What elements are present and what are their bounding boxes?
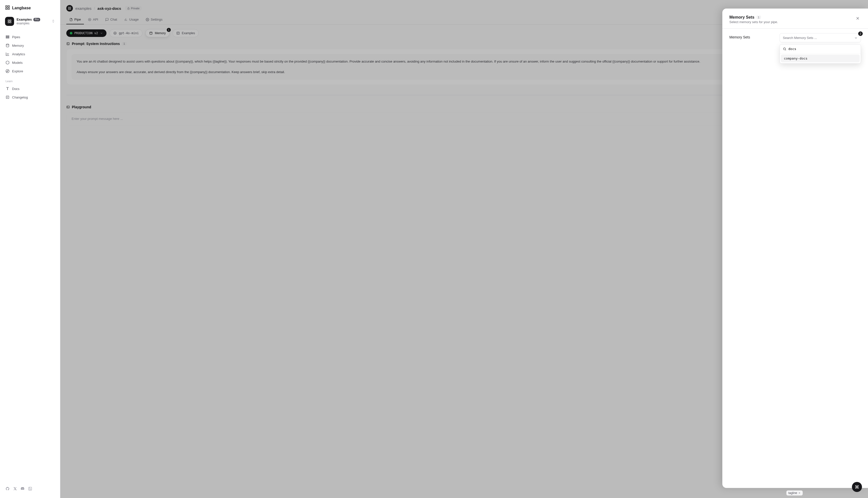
command-icon [855,485,859,489]
docs-icon [5,87,10,91]
close-icon [855,16,860,21]
discord-icon[interactable] [21,487,25,492]
nav-section-learn: Learn [3,76,57,84]
models-icon [5,61,10,65]
memory-icon [5,43,10,48]
svg-rect-1 [8,6,10,7]
nav-item-models[interactable]: Models [3,58,57,67]
nav-label: Pipes [12,35,21,39]
changelog-icon [5,95,10,99]
drawer-title: Memory Sets [729,15,755,19]
org-name: Examples [16,17,32,22]
nav-item-memory[interactable]: Memory [3,41,57,50]
svg-point-12 [6,69,9,73]
svg-rect-9 [6,37,9,37]
drawer-title-count: 1 [757,16,761,19]
svg-rect-2 [6,8,7,10]
dropdown-search-input[interactable] [788,47,858,51]
chevron-down-icon [854,36,858,40]
sidebar-footer [3,484,57,494]
variable-label: tagline [788,491,797,495]
svg-rect-7 [10,22,11,23]
select-badge: 2 [858,31,863,36]
svg-point-31 [783,48,785,50]
plan-badge: Pro [34,18,40,21]
drawer-divider [722,28,868,29]
dropdown-item-company-docs[interactable]: company-docs [781,54,860,62]
primary-nav: Pipes Memory Analytics Models Explore Le… [3,33,57,101]
explore-icon [5,69,10,73]
nav-label: Models [12,61,23,65]
main: examples / ask-xyz-docs Private Pipe API… [60,0,868,498]
drawer-subtitle: Select memory sets for your pipe. [729,20,778,24]
nav-label: Docs [12,87,19,91]
dropdown-search [780,44,861,53]
org-switcher[interactable]: Examples Pro examples [3,15,57,28]
nav-label: Analytics [12,52,25,56]
linkedin-icon[interactable] [28,487,32,492]
sidebar: Langbase Examples Pro examples Pipes [0,0,60,498]
github-icon[interactable] [5,487,10,492]
help-button[interactable] [852,482,862,492]
nav-item-changelog[interactable]: Changelog [3,93,57,101]
org-avatar-icon [5,17,14,26]
select-placeholder: Search Memory Sets ... [783,36,817,40]
search-icon [783,47,786,51]
memory-sets-drawer: Memory Sets 1 Select memory sets for you… [722,9,868,488]
memory-sets-select[interactable]: Search Memory Sets ... 2 [779,33,861,42]
nav-label: Changelog [12,95,28,99]
memory-sets-dropdown: company-docs [779,44,861,64]
nav-item-pipes[interactable]: Pipes [3,33,57,41]
pipes-icon [5,35,10,39]
nav-label: Memory [12,44,24,48]
svg-rect-3 [8,8,10,10]
svg-rect-4 [8,20,9,21]
close-button[interactable] [854,15,861,23]
nav-label: Explore [12,69,23,73]
svg-rect-8 [6,36,9,37]
nav-item-docs[interactable]: Docs [3,85,57,93]
analytics-icon [5,52,10,56]
brand[interactable]: Langbase [3,4,57,15]
brand-icon [5,5,10,11]
drawer-overlay[interactable]: Memory Sets 1 Select memory sets for you… [60,0,868,498]
close-icon [798,492,801,494]
org-slug: examples [16,22,49,25]
x-icon[interactable] [13,487,17,492]
variable-chip-tagline[interactable]: tagline [786,490,803,496]
svg-rect-5 [10,20,11,21]
svg-rect-6 [8,22,9,23]
nav-item-analytics[interactable]: Analytics [3,50,57,58]
chevron-updown-icon [52,19,55,24]
memory-sets-row: Memory Sets Search Memory Sets ... 2 [729,33,861,42]
nav-item-explore[interactable]: Explore [3,67,57,75]
svg-rect-0 [6,6,7,7]
svg-point-11 [6,44,9,45]
variable-chip-area: tagline [786,490,803,496]
memory-sets-label: Memory Sets [729,33,775,39]
brand-name: Langbase [12,6,31,10]
svg-rect-13 [6,96,9,99]
svg-rect-10 [6,38,9,38]
